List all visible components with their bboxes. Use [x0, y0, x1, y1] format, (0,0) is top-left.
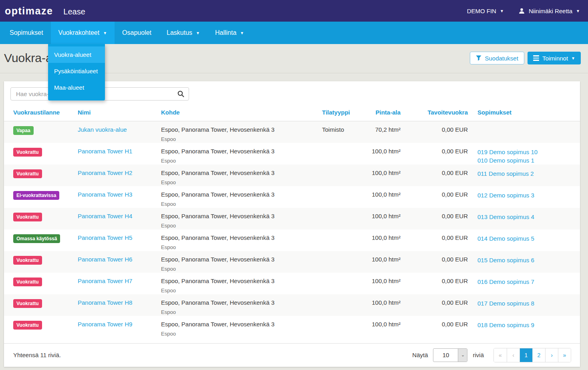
tavoitevuokra-value: 0,00 EUR [442, 213, 468, 219]
status-badge: Vuokrattu [13, 299, 42, 308]
kohde-subtext: Espoo [161, 179, 312, 185]
dropdown-item-pysakointialueet[interactable]: Pysäköintialueet [48, 63, 105, 79]
contract-link[interactable]: 019 Demo sopimus 10 [477, 148, 575, 156]
nav-item-vuokrakohteet[interactable]: Vuokrakohteet ▼ [51, 22, 115, 44]
kohde-text: Espoo, Panorama Tower, Hevosenkenkä 3 [161, 213, 312, 219]
status-badge: Vuokrattu [13, 169, 42, 178]
table-row: Vapaa Jukan vuokra-alue Espoo, Panorama … [4, 121, 580, 143]
contract-link[interactable]: 018 Demo sopimus 9 [477, 321, 575, 329]
pinta-ala-value: 100,0 htm² [372, 213, 401, 219]
pinta-ala-value: 100,0 htm² [372, 256, 401, 263]
rental-area-link[interactable]: Panorama Tower H5 [78, 234, 132, 241]
rental-area-link[interactable]: Panorama Tower H1 [78, 148, 132, 155]
caret-down-icon: ▼ [576, 9, 580, 13]
brand: optimaze Lease [5, 5, 85, 17]
rental-area-link[interactable]: Panorama Tower H2 [78, 169, 132, 176]
pagination-page-2[interactable]: 2 [532, 348, 545, 362]
rental-area-link[interactable]: Panorama Tower H7 [78, 278, 132, 284]
pagination: « ‹ 1 2 › » [493, 348, 571, 362]
environment-menu[interactable]: DEMO FIN ▼ [467, 8, 504, 14]
status-badge: Vuokrattu [13, 278, 42, 286]
nav-item-sopimukset[interactable]: Sopimukset [2, 22, 51, 44]
column-header-nimi[interactable]: Nimi [73, 104, 156, 121]
pinta-ala-value: 100,0 htm² [372, 148, 401, 155]
content-panel: Vuokraustilanne Nimi Kohde Tilatyyppi Pi… [4, 81, 580, 367]
pinta-ala-value: 100,0 htm² [372, 191, 401, 198]
contract-link[interactable]: 017 Demo sopimus 8 [477, 299, 575, 308]
nav-item-hallinta[interactable]: Hallinta ▼ [207, 22, 252, 44]
contract-link[interactable]: 013 Demo sopimus 4 [477, 213, 575, 221]
person-icon [518, 8, 525, 14]
rows-label: riviä [473, 352, 484, 358]
rental-area-link[interactable]: Panorama Tower H3 [78, 191, 132, 198]
table-body: Vapaa Jukan vuokra-alue Espoo, Panorama … [4, 121, 580, 338]
status-badge: Vapaa [13, 126, 34, 135]
tavoitevuokra-value: 0,00 EUR [442, 278, 468, 284]
sopimukset-cell: 011 Demo sopimus 2 [477, 169, 575, 178]
status-badge: Vuokrattu [13, 213, 42, 221]
kohde-subtext: Espoo [161, 136, 312, 142]
kohde-subtext: Espoo [161, 288, 312, 294]
contract-link[interactable]: 012 Demo sopimus 3 [477, 191, 575, 199]
contract-link[interactable]: 016 Demo sopimus 7 [477, 278, 575, 286]
kohde-text: Espoo, Panorama Tower, Hevosenkenkä 3 [161, 278, 312, 284]
tavoitevuokra-value: 0,00 EUR [442, 148, 468, 155]
pinta-ala-value: 100,0 htm² [372, 169, 401, 176]
rental-area-link[interactable]: Jukan vuokra-alue [78, 126, 127, 133]
pagination-next[interactable]: › [545, 348, 558, 362]
rental-areas-table: Vuokraustilanne Nimi Kohde Tilatyyppi Pi… [4, 104, 580, 338]
search-icon[interactable] [177, 90, 184, 97]
column-header-tavoitevuokra[interactable]: Tavoitevuokra [405, 104, 473, 121]
contract-link[interactable]: 015 Demo sopimus 6 [477, 256, 575, 264]
kohde-text: Espoo, Panorama Tower, Hevosenkenkä 3 [161, 256, 312, 263]
chevron-down-icon: ⌄ [458, 349, 467, 362]
user-menu[interactable]: Niinimäki Reetta ▼ [518, 8, 580, 14]
contract-link[interactable]: 010 Demo sopimus 1 [477, 156, 575, 165]
column-header-vuokraustilanne[interactable]: Vuokraustilanne [4, 104, 73, 121]
actions-button[interactable]: Toiminnot ▼ [528, 52, 581, 64]
pagination-last[interactable]: » [558, 348, 571, 362]
tavoitevuokra-value: 0,00 EUR [442, 234, 468, 241]
tavoitevuokra-value: 0,00 EUR [442, 191, 468, 198]
kohde-text: Espoo, Panorama Tower, Hevosenkenkä 3 [161, 321, 312, 328]
kohde-text: Espoo, Panorama Tower, Hevosenkenkä 3 [161, 191, 312, 198]
funnel-icon [476, 55, 481, 61]
kohde-subtext: Espoo [161, 309, 312, 315]
tilatyyppi-value: Toimisto [322, 126, 344, 133]
dropdown-item-maa-alueet[interactable]: Maa-alueet [48, 79, 105, 96]
status-badge: Vuokrattu [13, 148, 42, 157]
table-row: Vuokrattu Panorama Tower H6 Espoo, Panor… [4, 251, 580, 273]
column-header-kohde[interactable]: Kohde [156, 104, 317, 121]
total-rows-text: Yhteensä 11 riviä. [13, 352, 61, 358]
dropdown-item-vuokra-alueet[interactable]: Vuokra-alueet [48, 46, 105, 63]
pinta-ala-value: 100,0 htm² [372, 299, 401, 306]
kohde-text: Espoo, Panorama Tower, Hevosenkenkä 3 [161, 126, 312, 133]
nav-item-laskutus[interactable]: Laskutus ▼ [159, 22, 207, 44]
pinta-ala-value: 100,0 htm² [372, 234, 401, 241]
column-header-tilatyyppi[interactable]: Tilatyyppi [317, 104, 357, 121]
status-badge: Ei-vuokrattavissa [13, 191, 59, 200]
user-name: Niinimäki Reetta [529, 8, 572, 14]
kohde-subtext: Espoo [161, 266, 312, 272]
nav-item-osapuolet[interactable]: Osapuolet [115, 22, 159, 44]
sopimukset-cell: 012 Demo sopimus 3 [477, 191, 575, 199]
page-size-select[interactable]: 10 ⌄ [433, 348, 467, 362]
rental-area-link[interactable]: Panorama Tower H9 [78, 321, 132, 328]
column-header-sopimukset[interactable]: Sopimukset [473, 104, 580, 121]
pinta-ala-value: 100,0 htm² [372, 321, 401, 328]
tavoitevuokra-value: 0,00 EUR [442, 169, 468, 176]
contract-link[interactable]: 011 Demo sopimus 2 [477, 169, 575, 178]
rental-area-link[interactable]: Panorama Tower H8 [78, 299, 132, 306]
rental-area-link[interactable]: Panorama Tower H6 [78, 256, 132, 263]
tavoitevuokra-value: 0,00 EUR [442, 299, 468, 306]
filters-button[interactable]: Suodatukset [470, 52, 524, 64]
caret-down-icon: ▼ [500, 9, 504, 13]
pagination-first[interactable]: « [494, 348, 507, 362]
pagination-prev[interactable]: ‹ [507, 348, 520, 362]
rental-area-link[interactable]: Panorama Tower H4 [78, 213, 132, 219]
contract-link[interactable]: 014 Demo sopimus 5 [477, 234, 575, 243]
pagination-page-1[interactable]: 1 [520, 348, 532, 362]
vuokrakohteet-dropdown-menu: Vuokra-alueet Pysäköintialueet Maa-aluee… [48, 44, 105, 101]
table-row: Vuokrattu Panorama Tower H8 Espoo, Panor… [4, 294, 580, 316]
column-header-pinta-ala[interactable]: Pinta-ala [357, 104, 405, 121]
